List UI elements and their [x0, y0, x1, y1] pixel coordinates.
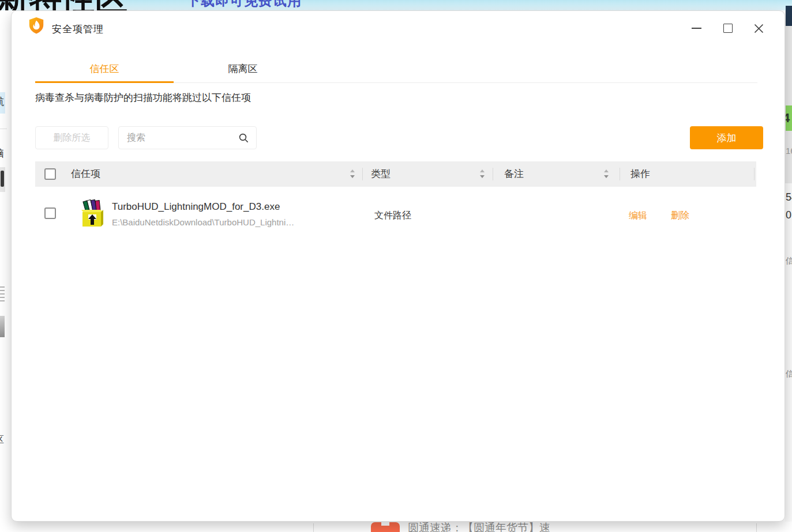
select-all-checkbox[interactable] — [44, 168, 56, 180]
column-divider — [362, 168, 363, 180]
column-actions: 操作 — [630, 161, 650, 187]
minimize-button[interactable] — [688, 20, 705, 36]
background-text-fragment-4: 信 — [786, 369, 792, 378]
background-divider-fragment — [0, 129, 7, 129]
winrar-sfx-archive-icon — [80, 199, 106, 228]
table-row: TurboHUD_LightningMOD_for_D3.exe E:\Baid… — [35, 187, 756, 240]
table-header: 信任项 类型 备注 操作 — [35, 161, 756, 187]
background-message-text: 圆通速递：【圆通年货节】速 — [408, 520, 754, 532]
column-trust-item: 信任项 — [71, 161, 100, 187]
dialog-title: 安全项管理 — [52, 22, 104, 36]
security-items-dialog: 安全项管理 信任区 隔离区 病毒查杀与病毒防护的扫描功能将跳过以下信任项 删除所… — [11, 10, 785, 522]
tab-trust-zone[interactable]: 信任区 — [35, 61, 174, 77]
trust-item-name: TurboHUD_LightningMOD_for_D3.exe — [112, 201, 280, 213]
background-text-fragment-2: 0: — [786, 209, 792, 221]
maximize-button[interactable] — [719, 20, 737, 36]
trust-item-type: 文件路径 — [374, 210, 411, 222]
search-input[interactable] — [119, 127, 242, 149]
trust-zone-description: 病毒查杀与病毒防护的扫描功能将跳过以下信任项 — [35, 91, 251, 104]
background-right-strip — [785, 10, 792, 183]
trust-item-path: E:\BaiduNetdiskDownload\TurboHUD_Lightni… — [112, 217, 294, 227]
background-nav-fragment-3: 区 — [0, 434, 5, 448]
background-nav-fragment-2: 脑 — [0, 147, 5, 162]
sort-icon-trust-item[interactable] — [350, 168, 355, 180]
add-button[interactable]: 添加 — [690, 126, 763, 149]
column-divider — [620, 168, 620, 180]
background-green-badge-fragment: 4 — [786, 105, 792, 131]
close-button[interactable] — [750, 20, 767, 36]
search-icon[interactable] — [239, 133, 249, 143]
background-right-strip-lower — [785, 183, 792, 522]
sort-icon-type[interactable] — [479, 168, 485, 180]
tab-quarantine-zone[interactable]: 隔离区 — [174, 61, 312, 77]
background-bottom-divider-2 — [756, 523, 757, 532]
delete-selected-button[interactable]: 删除所选 — [35, 126, 108, 149]
background-banner-text: 下载即可免费试用 — [186, 0, 319, 8]
background-text-fragment-1: 54 — [786, 191, 792, 203]
edit-link[interactable]: 编辑 — [629, 210, 647, 222]
background-thumbnail-fragment — [0, 316, 5, 337]
search-box — [118, 126, 257, 149]
background-nav-fragment-1: 航 — [0, 95, 5, 110]
column-type: 类型 — [371, 161, 391, 187]
background-logo-fragment: 新特性区 — [0, 0, 129, 10]
row-checkbox[interactable] — [44, 207, 56, 219]
column-remark: 备注 — [504, 161, 524, 187]
background-bottom-divider-1 — [313, 523, 314, 532]
column-divider — [754, 168, 755, 180]
active-tab-underline — [35, 81, 174, 83]
delete-link[interactable]: 删除 — [671, 210, 689, 222]
background-time-fragment: 16 — [786, 146, 792, 156]
flame-shield-icon — [28, 17, 45, 34]
sms-message-icon — [371, 522, 400, 532]
column-divider — [493, 168, 493, 180]
background-dark-square — [786, 6, 792, 26]
screen: 新特性区 下载即可免费试用 4 16 54 0: 信 信 航 脑 区 圆通速递：… — [0, 0, 792, 532]
sort-icon-remark[interactable] — [603, 168, 609, 180]
background-smalltext-fragment — [0, 286, 5, 304]
close-icon — [754, 24, 764, 33]
background-text-fragment-3: 信 — [786, 256, 792, 265]
background-gray-block — [0, 167, 5, 192]
